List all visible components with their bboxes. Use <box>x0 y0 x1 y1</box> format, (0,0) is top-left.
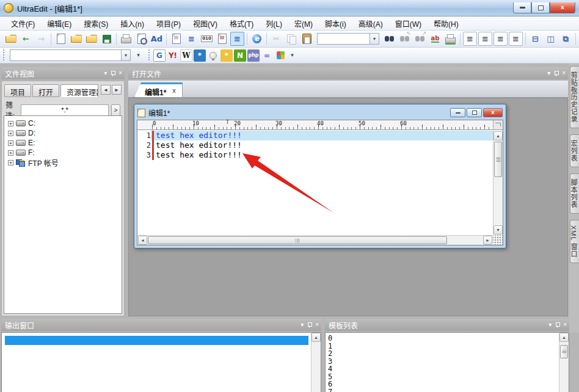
pin-icon[interactable] <box>307 322 311 328</box>
expand-icon[interactable]: + <box>8 140 13 146</box>
find-icon[interactable] <box>382 32 396 46</box>
template-item[interactable]: 3 <box>328 357 556 365</box>
filter-go-button[interactable]: > <box>111 104 120 116</box>
vtab-script-list[interactable]: 脚本列表 <box>570 173 579 214</box>
tree-item-drive-d[interactable]: + D: <box>8 128 122 138</box>
replace-icon[interactable]: ab <box>428 32 442 46</box>
open-from-explorer-icon[interactable] <box>4 32 18 46</box>
cascade-windows-icon[interactable]: ⧉ <box>559 32 573 46</box>
print-preview-icon[interactable] <box>134 32 148 46</box>
menu-script[interactable]: 脚本(i) <box>319 16 352 31</box>
yellow-search-icon[interactable]: * <box>220 49 233 62</box>
search-burst-icon[interactable]: * <box>194 49 206 62</box>
panel-close-icon[interactable]: × <box>118 70 122 76</box>
align-center-icon[interactable]: ≡ <box>478 32 492 46</box>
php-icon[interactable]: php <box>247 49 260 62</box>
menu-window[interactable]: 窗口(W) <box>389 16 428 31</box>
template-item[interactable]: 7 <box>328 388 556 392</box>
toolbar-grip[interactable] <box>2 49 6 62</box>
pin-icon[interactable] <box>111 71 115 76</box>
split-box[interactable] <box>493 120 503 130</box>
child-restore-button[interactable] <box>467 108 482 117</box>
wikipedia-icon[interactable]: W <box>180 49 192 62</box>
menu-search[interactable]: 搜索(S) <box>78 16 114 31</box>
yahoo-icon[interactable]: Y! <box>167 49 179 62</box>
vtab-xml-window[interactable]: XML 窗口 <box>570 220 579 263</box>
menu-column[interactable]: 列(L) <box>260 16 288 31</box>
horizontal-scroll-thumb[interactable] <box>148 236 447 244</box>
align-left-icon[interactable]: ≡ <box>463 32 477 46</box>
tab-explorer[interactable]: 资源管理器 <box>60 84 98 97</box>
search-combo-arrow[interactable]: ▾ <box>121 49 131 61</box>
pin-icon[interactable] <box>554 71 558 76</box>
syntax-file-icon[interactable] <box>215 32 229 46</box>
scroll-up-icon[interactable]: ▲ <box>311 333 321 342</box>
editor-line-2[interactable]: 2 test hex editor!!! <box>137 140 493 150</box>
editor-line-3[interactable]: 3 test hex editor!!! <box>137 150 493 160</box>
template-item[interactable]: 5 <box>328 372 556 380</box>
split-horizontal-icon[interactable]: ⊟ <box>528 32 542 46</box>
print-special-icon[interactable] <box>443 32 457 46</box>
vertical-scroll-thumb[interactable] <box>494 142 502 177</box>
output-selected-row[interactable] <box>5 336 308 345</box>
panel-menu-chevron-icon[interactable]: ▾ <box>547 70 550 76</box>
toolbar-grip[interactable] <box>147 49 151 62</box>
combo-overflow-button[interactable]: ▾ <box>134 49 142 62</box>
pin-icon[interactable] <box>555 322 559 328</box>
split-vertical-icon[interactable]: ◫ <box>544 32 558 46</box>
template-scroll-thumb[interactable] <box>560 345 568 358</box>
print-icon[interactable] <box>119 32 133 46</box>
panel-close-icon[interactable]: × <box>562 70 566 76</box>
find-next-icon[interactable]: ↗ <box>413 32 427 46</box>
resize-grip[interactable] <box>493 235 503 245</box>
favorites-combo-arrow[interactable]: ▾ <box>370 33 379 45</box>
template-item[interactable]: 1 <box>328 342 556 350</box>
scroll-up-icon[interactable]: ▲ <box>493 131 503 140</box>
template-item[interactable]: 6 <box>328 380 556 388</box>
restore-button[interactable] <box>531 2 550 13</box>
panel-menu-chevron-icon[interactable]: ▾ <box>300 322 304 328</box>
line-numbers-icon[interactable]: ≡ <box>230 32 244 46</box>
panel-close-icon[interactable]: × <box>563 322 567 328</box>
child-close-button[interactable]: × <box>483 108 503 117</box>
tab-project[interactable]: 项目 <box>4 84 31 97</box>
panel-menu-chevron-icon[interactable]: ▾ <box>548 322 552 328</box>
tab-scroll-left-icon[interactable]: ◄ <box>101 85 111 95</box>
output-body[interactable]: ▲ <box>1 332 321 392</box>
expand-icon[interactable]: + <box>8 160 13 165</box>
align-justify-icon[interactable]: ≡ <box>509 32 523 46</box>
n-site-icon[interactable]: N <box>234 49 246 62</box>
find-prev-icon[interactable]: ↖ <box>398 32 412 46</box>
minimize-button[interactable] <box>513 2 531 13</box>
menu-macro[interactable]: 宏(M) <box>288 16 319 31</box>
expand-icon[interactable]: + <box>8 150 13 156</box>
new-file-icon[interactable] <box>54 32 68 46</box>
hex-mode-icon[interactable]: 010 <box>200 32 214 46</box>
menu-format[interactable]: 格式(T) <box>224 16 260 31</box>
tree-item-drive-e[interactable]: + E: <box>8 138 122 148</box>
doc-tab-edit1[interactable]: 编辑1* x <box>134 82 183 97</box>
back-icon[interactable]: ← <box>19 32 33 46</box>
text-edit-area[interactable]: 1 test hex editor!!! 2 test hex editor!!… <box>137 131 493 235</box>
paste-icon[interactable] <box>300 32 314 46</box>
scroll-down-icon[interactable]: ▼ <box>493 225 503 234</box>
menu-file[interactable]: 文件(F) <box>5 16 41 31</box>
output-scrollbar[interactable]: ▲ <box>311 333 321 392</box>
forward-icon[interactable]: → <box>34 32 48 46</box>
close-button[interactable]: × <box>550 2 575 13</box>
toolbar-overflow-button[interactable]: ▾ <box>288 49 296 62</box>
template-item[interactable]: 4 <box>328 365 556 372</box>
menu-help[interactable]: 帮助(H) <box>428 16 465 31</box>
template-scrollbar[interactable]: ▲ <box>559 333 569 392</box>
scroll-left-icon[interactable]: ◄ <box>138 236 147 245</box>
tree-item-drive-f[interactable]: + F: <box>8 148 122 158</box>
windows-logo-icon[interactable] <box>274 49 286 62</box>
vtab-macro-list[interactable]: 宏列表 <box>570 134 579 167</box>
cut-icon[interactable]: ✂ <box>269 32 283 46</box>
open-file-icon[interactable] <box>69 32 83 46</box>
font-icon[interactable]: Ad <box>150 32 164 46</box>
expand-icon[interactable]: + <box>8 131 13 136</box>
copy-icon[interactable] <box>285 32 299 46</box>
search-combo-input[interactable] <box>10 49 121 61</box>
expand-icon[interactable]: + <box>8 121 13 126</box>
